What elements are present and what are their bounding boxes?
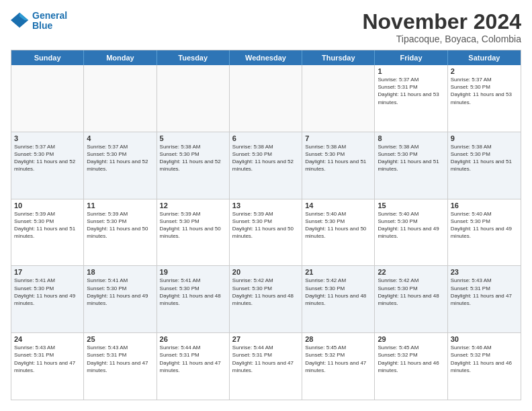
calendar-cell-4-5: 29Sunrise: 5:45 AMSunset: 5:32 PMDayligh… [375, 333, 447, 400]
calendar-cell-2-0: 10Sunrise: 5:39 AMSunset: 5:30 PMDayligh… [11, 199, 84, 266]
day-number: 7 [305, 134, 371, 142]
calendar-cell-3-6: 23Sunrise: 5:43 AMSunset: 5:31 PMDayligh… [448, 266, 521, 332]
calendar-cell-0-3 [230, 65, 302, 132]
day-info: Sunrise: 5:37 AMSunset: 5:30 PMDaylight:… [14, 143, 81, 173]
day-info: Sunrise: 5:38 AMSunset: 5:30 PMDaylight:… [378, 143, 444, 173]
day-number: 6 [232, 134, 299, 142]
calendar-row-3: 17Sunrise: 5:41 AMSunset: 5:30 PMDayligh… [11, 266, 521, 333]
calendar-row-4: 24Sunrise: 5:43 AMSunset: 5:31 PMDayligh… [11, 333, 521, 400]
day-info: Sunrise: 5:44 AMSunset: 5:31 PMDaylight:… [160, 344, 226, 374]
day-info: Sunrise: 5:37 AMSunset: 5:30 PMDaylight:… [451, 76, 518, 106]
calendar-cell-4-4: 28Sunrise: 5:45 AMSunset: 5:32 PMDayligh… [302, 333, 375, 400]
weekday-header-thursday: Thursday [302, 50, 375, 65]
day-info: Sunrise: 5:38 AMSunset: 5:30 PMDaylight:… [232, 143, 299, 173]
calendar-header: SundayMondayTuesdayWednesdayThursdayFrid… [11, 50, 521, 65]
day-info: Sunrise: 5:45 AMSunset: 5:32 PMDaylight:… [378, 344, 444, 374]
day-info: Sunrise: 5:41 AMSunset: 5:30 PMDaylight:… [160, 277, 226, 307]
weekday-header-tuesday: Tuesday [157, 50, 230, 65]
day-number: 12 [160, 201, 226, 210]
calendar-cell-0-2 [157, 65, 230, 132]
logo-icon [11, 11, 30, 30]
day-number: 25 [87, 335, 153, 343]
day-number: 20 [232, 268, 299, 276]
day-info: Sunrise: 5:43 AMSunset: 5:31 PMDaylight:… [87, 344, 153, 374]
day-info: Sunrise: 5:38 AMSunset: 5:30 PMDaylight:… [305, 143, 371, 173]
calendar-cell-4-0: 24Sunrise: 5:43 AMSunset: 5:31 PMDayligh… [11, 333, 84, 400]
calendar-cell-2-3: 13Sunrise: 5:39 AMSunset: 5:30 PMDayligh… [230, 199, 302, 266]
day-number: 18 [87, 268, 153, 276]
calendar-cell-0-5: 1Sunrise: 5:37 AMSunset: 5:31 PMDaylight… [375, 65, 447, 132]
calendar-cell-2-2: 12Sunrise: 5:39 AMSunset: 5:30 PMDayligh… [157, 199, 230, 266]
calendar-cell-3-0: 17Sunrise: 5:41 AMSunset: 5:30 PMDayligh… [11, 266, 84, 332]
calendar-cell-3-4: 21Sunrise: 5:42 AMSunset: 5:30 PMDayligh… [302, 266, 375, 332]
calendar-cell-0-0 [11, 65, 84, 132]
weekday-header-wednesday: Wednesday [230, 50, 302, 65]
calendar-row-2: 10Sunrise: 5:39 AMSunset: 5:30 PMDayligh… [11, 199, 521, 267]
calendar-cell-1-3: 6Sunrise: 5:38 AMSunset: 5:30 PMDaylight… [230, 132, 302, 199]
day-info: Sunrise: 5:37 AMSunset: 5:30 PMDaylight:… [87, 143, 153, 173]
calendar-cell-3-2: 19Sunrise: 5:41 AMSunset: 5:30 PMDayligh… [157, 266, 230, 332]
page: General Blue November 2024 Tipacoque, Bo… [0, 0, 532, 411]
weekday-header-saturday: Saturday [448, 50, 521, 65]
day-number: 22 [378, 268, 444, 276]
day-info: Sunrise: 5:38 AMSunset: 5:30 PMDaylight:… [160, 143, 226, 173]
logo: General Blue [11, 11, 67, 32]
day-number: 29 [378, 335, 444, 343]
day-number: 24 [14, 335, 81, 343]
calendar-cell-1-6: 9Sunrise: 5:38 AMSunset: 5:30 PMDaylight… [448, 132, 521, 199]
day-info: Sunrise: 5:40 AMSunset: 5:30 PMDaylight:… [305, 210, 371, 240]
calendar-cell-2-4: 14Sunrise: 5:40 AMSunset: 5:30 PMDayligh… [302, 199, 375, 266]
calendar-cell-0-6: 2Sunrise: 5:37 AMSunset: 5:30 PMDaylight… [448, 65, 521, 132]
day-info: Sunrise: 5:40 AMSunset: 5:30 PMDaylight:… [451, 210, 518, 240]
weekday-header-friday: Friday [375, 50, 447, 65]
day-number: 13 [232, 201, 299, 210]
day-number: 4 [87, 134, 153, 142]
day-info: Sunrise: 5:42 AMSunset: 5:30 PMDaylight:… [378, 277, 444, 307]
day-info: Sunrise: 5:38 AMSunset: 5:30 PMDaylight:… [451, 143, 518, 173]
day-number: 21 [305, 268, 371, 276]
calendar-cell-4-1: 25Sunrise: 5:43 AMSunset: 5:31 PMDayligh… [84, 333, 157, 400]
day-info: Sunrise: 5:41 AMSunset: 5:30 PMDaylight:… [14, 277, 81, 307]
day-number: 15 [378, 201, 444, 210]
calendar-cell-3-3: 20Sunrise: 5:42 AMSunset: 5:30 PMDayligh… [230, 266, 302, 332]
calendar: SundayMondayTuesdayWednesdayThursdayFrid… [11, 50, 521, 400]
day-number: 3 [14, 134, 81, 142]
day-number: 5 [160, 134, 226, 142]
day-info: Sunrise: 5:45 AMSunset: 5:32 PMDaylight:… [305, 344, 371, 374]
day-info: Sunrise: 5:39 AMSunset: 5:30 PMDaylight:… [14, 210, 81, 240]
day-number: 28 [305, 335, 371, 343]
day-info: Sunrise: 5:46 AMSunset: 5:32 PMDaylight:… [451, 344, 518, 374]
calendar-cell-4-6: 30Sunrise: 5:46 AMSunset: 5:32 PMDayligh… [448, 333, 521, 400]
calendar-cell-1-4: 7Sunrise: 5:38 AMSunset: 5:30 PMDaylight… [302, 132, 375, 199]
day-info: Sunrise: 5:44 AMSunset: 5:31 PMDaylight:… [232, 344, 299, 374]
logo-general: General [32, 10, 67, 21]
day-info: Sunrise: 5:39 AMSunset: 5:30 PMDaylight:… [87, 210, 153, 240]
header: General Blue November 2024 Tipacoque, Bo… [11, 11, 521, 44]
calendar-cell-1-5: 8Sunrise: 5:38 AMSunset: 5:30 PMDaylight… [375, 132, 447, 199]
day-number: 26 [160, 335, 226, 343]
calendar-row-1: 3Sunrise: 5:37 AMSunset: 5:30 PMDaylight… [11, 132, 521, 199]
calendar-cell-1-2: 5Sunrise: 5:38 AMSunset: 5:30 PMDaylight… [157, 132, 230, 199]
calendar-cell-2-5: 15Sunrise: 5:40 AMSunset: 5:30 PMDayligh… [375, 199, 447, 266]
calendar-row-0: 1Sunrise: 5:37 AMSunset: 5:31 PMDaylight… [11, 65, 521, 132]
calendar-cell-0-1 [84, 65, 157, 132]
calendar-cell-3-5: 22Sunrise: 5:42 AMSunset: 5:30 PMDayligh… [375, 266, 447, 332]
day-number: 17 [14, 268, 81, 276]
day-number: 16 [451, 201, 518, 210]
day-number: 8 [378, 134, 444, 142]
day-number: 19 [160, 268, 226, 276]
calendar-cell-2-1: 11Sunrise: 5:39 AMSunset: 5:30 PMDayligh… [84, 199, 157, 266]
day-info: Sunrise: 5:42 AMSunset: 5:30 PMDaylight:… [305, 277, 371, 307]
month-title: November 2024 [362, 11, 521, 32]
calendar-cell-2-6: 16Sunrise: 5:40 AMSunset: 5:30 PMDayligh… [448, 199, 521, 266]
day-number: 30 [451, 335, 518, 343]
day-number: 9 [451, 134, 518, 142]
weekday-header-sunday: Sunday [11, 50, 84, 65]
day-number: 2 [451, 67, 518, 75]
day-info: Sunrise: 5:43 AMSunset: 5:31 PMDaylight:… [14, 344, 81, 374]
day-info: Sunrise: 5:43 AMSunset: 5:31 PMDaylight:… [451, 277, 518, 307]
day-number: 10 [14, 201, 81, 210]
location: Tipacoque, Boyaca, Colombia [362, 34, 521, 44]
calendar-cell-4-3: 27Sunrise: 5:44 AMSunset: 5:31 PMDayligh… [230, 333, 302, 400]
title-block: November 2024 Tipacoque, Boyaca, Colombi… [362, 11, 521, 44]
